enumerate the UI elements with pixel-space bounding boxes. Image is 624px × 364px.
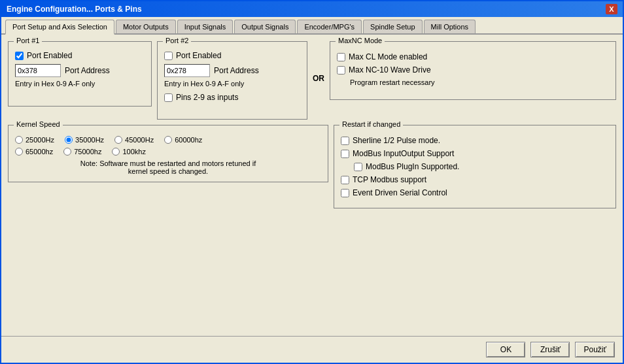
port2-enabled-row: Port Enabled — [164, 51, 300, 60]
top-row: Port #1 Port Enabled Port Address Entry … — [8, 41, 616, 120]
tab-spindle-setup[interactable]: Spindle Setup — [363, 20, 423, 33]
bottom-row: Kernel Speed 25000Hz 35000Hz — [8, 125, 616, 208]
tab-input-signals[interactable]: Input Signals — [177, 20, 234, 33]
restart-event-row: Event Driven Serial Control — [341, 188, 609, 197]
port2-address-input[interactable] — [164, 64, 210, 77]
port1-address-input[interactable] — [15, 64, 61, 77]
maxnc-wave-label: Max NC-10 Wave Drive — [349, 65, 431, 74]
maxnc-cl-label: Max CL Mode enabled — [349, 52, 427, 61]
apply-button[interactable]: Použiť — [575, 342, 615, 357]
kernel-35k: 35000Hz — [65, 136, 104, 144]
tab-port-setup[interactable]: Port Setup and Axis Selection — [5, 20, 114, 35]
restart-sherline-label: Sherline 1/2 Pulse mode. — [353, 136, 440, 145]
kernel-65k-label: 65000hz — [26, 148, 53, 156]
kernel-65k: 65000hz — [15, 148, 53, 156]
restart-modbus-plugin-label: ModBus PlugIn Supported. — [366, 162, 459, 171]
kernel-group: Kernel Speed 25000Hz 35000Hz — [8, 125, 328, 182]
restart-label: Restart if changed — [339, 120, 403, 128]
kernel-75k-radio[interactable] — [63, 148, 71, 156]
restart-tcp-label: TCP Modbus support — [353, 175, 426, 184]
close-button[interactable]: X — [606, 4, 617, 14]
kernel-25k-radio[interactable] — [15, 136, 23, 144]
port1-hint: Entry in Hex 0-9 A-F only — [15, 80, 145, 88]
port2-pins-checkbox[interactable] — [164, 93, 173, 102]
port1-label: Port #1 — [14, 37, 42, 44]
or-label: OR — [313, 41, 324, 83]
port1-enabled-label: Port Enabled — [27, 51, 72, 60]
port1-enabled-checkbox[interactable] — [15, 52, 24, 60]
maxnc-wave-row: Max NC-10 Wave Drive — [337, 65, 609, 74]
port2-enabled-label: Port Enabled — [176, 51, 221, 60]
kernel-25k: 25000Hz — [15, 136, 54, 144]
kernel-100k-label: 100khz — [122, 148, 145, 156]
title-bar: Engine Configuration... Ports & Pins X — [1, 1, 623, 17]
window-title: Engine Configuration... Ports & Pins — [7, 5, 142, 14]
kernel-75k: 75000hz — [63, 148, 101, 156]
restart-modbus-io-checkbox[interactable] — [341, 150, 349, 158]
restart-tcp-checkbox[interactable] — [341, 176, 349, 184]
tab-motor-outputs[interactable]: Motor Outputs — [116, 20, 176, 33]
kernel-60k: 60000hz — [164, 136, 202, 144]
tab-mill-options[interactable]: Mill Options — [424, 20, 476, 33]
kernel-radio-group2: 65000hz 75000hz 100khz — [15, 148, 321, 156]
kernel-75k-label: 75000hz — [74, 148, 101, 156]
kernel-25k-label: 25000Hz — [26, 136, 54, 144]
restart-event-label: Event Driven Serial Control — [353, 188, 447, 197]
restart-event-checkbox[interactable] — [341, 189, 349, 197]
kernel-100k-radio[interactable] — [112, 148, 120, 156]
kernel-60k-label: 60000hz — [175, 136, 202, 144]
restart-sherline-checkbox[interactable] — [341, 137, 349, 145]
port2-label: Port #2 — [163, 37, 191, 44]
kernel-35k-label: 35000Hz — [75, 136, 104, 144]
port2-address-label: Port Address — [214, 66, 259, 75]
main-window: Engine Configuration... Ports & Pins X P… — [0, 0, 624, 364]
port1-group: Port #1 Port Enabled Port Address Entry … — [8, 41, 152, 107]
restart-modbus-io-label: ModBus InputOutput Support — [353, 149, 454, 158]
kernel-100k: 100khz — [112, 148, 145, 156]
maxnc-label: MaxNC Mode — [336, 37, 385, 44]
bottom-bar: OK Zrušiť Použiť — [1, 336, 623, 363]
port2-enabled-checkbox[interactable] — [164, 52, 173, 60]
maxnc-cl-row: Max CL Mode enabled — [337, 52, 609, 61]
tab-output-signals[interactable]: Output Signals — [234, 20, 296, 33]
maxnc-wave-checkbox[interactable] — [337, 66, 345, 74]
cancel-button[interactable]: Zrušiť — [530, 342, 570, 357]
maxnc-cl-checkbox[interactable] — [337, 53, 345, 61]
kernel-radio-group: 25000Hz 35000Hz 45000Hz 60000hz — [15, 136, 321, 144]
port1-address-label: Port Address — [65, 66, 110, 75]
restart-modbus-plugin-checkbox[interactable] — [354, 163, 362, 171]
port1-address-row: Port Address — [15, 64, 145, 77]
port1-enabled-row: Port Enabled — [15, 51, 145, 60]
kernel-note: Note: Software must be restarted and mot… — [15, 159, 321, 175]
port2-group: Port #2 Port Enabled Port Address Entry … — [157, 41, 307, 120]
kernel-45k-label: 45000Hz — [125, 136, 154, 144]
port2-hint: Entry in Hex 0-9 A-F only — [164, 80, 300, 88]
restart-tcp-row: TCP Modbus support — [341, 175, 609, 184]
maxnc-restart-note: Program restart necessary — [350, 78, 609, 86]
kernel-45k-radio[interactable] — [114, 136, 122, 144]
ok-button[interactable]: OK — [486, 342, 525, 357]
restart-modbus-plugin-row: ModBus PlugIn Supported. — [354, 162, 609, 171]
port2-address-row: Port Address — [164, 64, 300, 77]
restart-modbus-io-row: ModBus InputOutput Support — [341, 149, 609, 158]
tab-encoder-mpg[interactable]: Encoder/MPG's — [297, 20, 362, 33]
tab-bar: Port Setup and Axis Selection Motor Outp… — [1, 17, 623, 35]
restart-group: Restart if changed Sherline 1/2 Pulse mo… — [334, 125, 616, 208]
kernel-label: Kernel Speed — [14, 120, 63, 128]
kernel-45k: 45000Hz — [114, 136, 154, 144]
restart-sherline-row: Sherline 1/2 Pulse mode. — [341, 136, 609, 145]
port2-pins-label: Pins 2-9 as inputs — [176, 93, 238, 102]
kernel-60k-radio[interactable] — [164, 136, 172, 144]
maxnc-group: MaxNC Mode Max CL Mode enabled Max NC-10… — [330, 41, 616, 100]
kernel-35k-radio[interactable] — [65, 136, 73, 144]
content-area: Port #1 Port Enabled Port Address Entry … — [1, 35, 623, 336]
port2-pins-row: Pins 2-9 as inputs — [164, 93, 300, 102]
kernel-65k-radio[interactable] — [15, 148, 23, 156]
